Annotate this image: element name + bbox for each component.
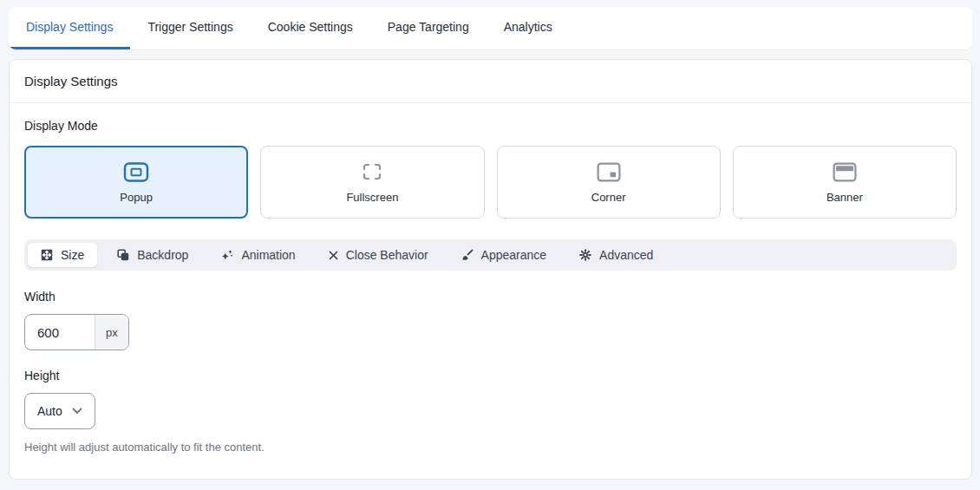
display-mode-options: Popup Fullscreen: [24, 146, 957, 219]
subtab-label: Size: [61, 248, 84, 262]
mode-option-label: Fullscreen: [346, 191, 398, 204]
gear-icon: [579, 249, 591, 261]
popup-icon: [123, 160, 149, 183]
height-select[interactable]: Auto: [24, 393, 95, 429]
corner-icon: [597, 160, 621, 183]
resize-icon: [41, 249, 53, 261]
subtab-label: Advanced: [599, 248, 653, 262]
mode-option-popup[interactable]: Popup: [24, 146, 248, 219]
tab-cookie-settings[interactable]: Cookie Settings: [251, 7, 370, 49]
subtab-label: Backdrop: [137, 248, 188, 262]
height-help-text: Height will adjust automatically to fit …: [24, 441, 957, 454]
subtab-close-behavior[interactable]: Close Behavior: [316, 243, 441, 267]
width-input-group: px: [24, 314, 129, 350]
height-select-value: Auto: [37, 404, 62, 418]
tab-display-settings[interactable]: Display Settings: [9, 7, 130, 49]
tab-page-targeting[interactable]: Page Targeting: [370, 7, 487, 49]
page: Display Settings Trigger Settings Cookie…: [0, 0, 980, 480]
fullscreen-icon: [363, 160, 382, 183]
subtab-appearance[interactable]: Appearance: [448, 243, 560, 267]
mode-option-banner[interactable]: Banner: [733, 146, 957, 219]
subtab-size[interactable]: Size: [28, 243, 97, 267]
subtab-backdrop[interactable]: Backdrop: [104, 243, 201, 267]
paintbrush-icon: [461, 249, 474, 261]
height-field-group: Height Auto Height will adjust automatic…: [24, 369, 957, 454]
width-unit-suffix: px: [95, 315, 128, 350]
display-settings-panel: Display Settings Display Mode Popup: [9, 59, 972, 480]
subtab-label: Animation: [241, 248, 295, 262]
height-label: Height: [24, 369, 957, 382]
mode-option-label: Corner: [591, 191, 626, 204]
mode-option-label: Banner: [826, 191, 863, 204]
subtab-animation[interactable]: Animation: [208, 243, 308, 267]
mode-option-label: Popup: [120, 191, 153, 204]
subtab-label: Appearance: [481, 248, 547, 262]
sparkles-icon: [221, 249, 233, 261]
width-input[interactable]: [25, 315, 95, 350]
mode-option-fullscreen[interactable]: Fullscreen: [260, 146, 484, 219]
chevron-down-icon: [72, 408, 82, 415]
mode-option-corner[interactable]: Corner: [497, 146, 721, 219]
panel-title: Display Settings: [24, 74, 118, 88]
main-tab-bar: Display Settings Trigger Settings Cookie…: [9, 7, 972, 49]
tab-trigger-settings[interactable]: Trigger Settings: [130, 7, 250, 49]
display-mode-label: Display Mode: [24, 119, 957, 133]
subtab-advanced[interactable]: Advanced: [566, 243, 666, 267]
width-field-group: Width px: [24, 290, 957, 350]
tab-analytics[interactable]: Analytics: [487, 7, 570, 49]
banner-icon: [833, 160, 857, 183]
width-label: Width: [24, 290, 957, 304]
settings-subtabs: Size Backdrop: [24, 239, 957, 271]
layers-icon: [117, 249, 129, 261]
x-icon: [329, 251, 338, 260]
subtab-label: Close Behavior: [346, 248, 428, 262]
